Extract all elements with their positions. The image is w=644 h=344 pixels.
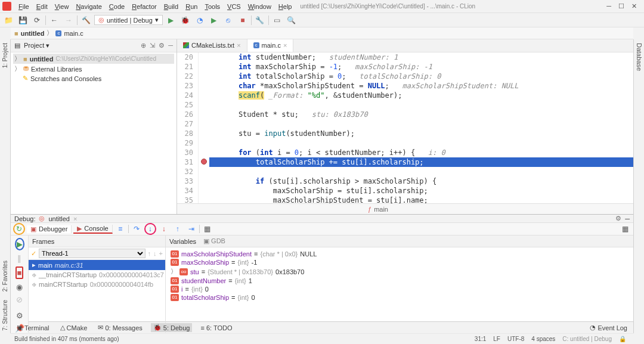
status-pos[interactable]: 31:1	[471, 336, 490, 342]
menu-tools[interactable]: Tools	[201, 2, 224, 11]
layout-icon[interactable]: ▦	[619, 223, 631, 235]
variable-row[interactable]: 01 i = {int} 0	[171, 285, 628, 293]
coverage-icon[interactable]: ▶	[208, 14, 220, 26]
code-line[interactable]: totalScholarShip += stu[i].scholarship;	[209, 157, 633, 167]
profile-icon[interactable]: ◔	[194, 14, 206, 26]
side-tab-favorites[interactable]: 2: Favorites	[2, 258, 8, 294]
attach-icon[interactable]: ⎋	[222, 14, 234, 26]
code-line[interactable]: Student * stu; stu: 0x183b70	[209, 110, 633, 119]
debug-session[interactable]: untitled	[48, 215, 69, 222]
stop-icon[interactable]: ■	[16, 266, 24, 279]
run-config-selector[interactable]: ◎ untitled | Debug ▾	[94, 15, 163, 25]
run-to-cursor-icon[interactable]: ⇥	[185, 223, 197, 235]
lock-icon[interactable]: 🔒	[615, 336, 630, 342]
menu-help[interactable]: Help	[275, 2, 296, 11]
code-line[interactable]	[209, 167, 633, 176]
status-enc[interactable]: UTF-8	[504, 336, 528, 342]
sync-icon[interactable]: ⟳	[31, 14, 43, 26]
run-icon[interactable]: ▶	[165, 14, 177, 26]
status-context[interactable]: C: untitled | Debug	[559, 336, 615, 342]
code-line[interactable]	[209, 119, 633, 129]
variable-row[interactable]: 〉oo stu = {Student * | 0x183b70} 0x183b7…	[171, 266, 628, 277]
menu-view[interactable]: View	[51, 2, 73, 11]
variable-row[interactable]: 01 studentNumber = {int} 1	[171, 277, 628, 285]
code-line[interactable]: if (stu[i].scholarship > maxScholarShip)…	[209, 176, 633, 186]
tab-main-c[interactable]: c main.c×	[247, 39, 294, 52]
menu-file[interactable]: File	[15, 2, 33, 11]
minimize-icon[interactable]: ─	[606, 2, 611, 10]
breadcrumb-item[interactable]: main	[374, 206, 388, 213]
tree-scratches[interactable]: ✎ Scratches and Consoles	[13, 74, 174, 83]
variable-row[interactable]: 01 maxScholarShip = {int} -1	[171, 258, 628, 266]
back-icon[interactable]: ←	[48, 14, 60, 26]
menu-run[interactable]: Run	[182, 2, 201, 11]
settings-icon[interactable]: ⚙	[615, 215, 621, 222]
code-line[interactable]: int totalScholarShip = 0; totalScholarSh…	[209, 72, 633, 81]
pause-icon[interactable]: ‖	[17, 254, 21, 263]
view-breakpoints-icon[interactable]: ◉	[16, 283, 23, 292]
tab-terminal[interactable]: ▣ Terminal	[14, 323, 52, 332]
tab-console[interactable]: ▶Console	[73, 225, 112, 234]
hide-icon[interactable]: ─	[625, 215, 630, 222]
code-line[interactable]	[209, 100, 633, 110]
side-tab-project[interactable]: 1: Project	[2, 41, 8, 70]
code-line[interactable]: int maxScholarShip = -1; maxScholarShip:…	[209, 62, 633, 72]
tab-todo[interactable]: ≡ 6: TODO	[198, 324, 234, 332]
evaluate-icon[interactable]: ▦	[202, 223, 213, 235]
vars-tab[interactable]: Variables	[169, 238, 196, 245]
tab-messages[interactable]: ✉ 0: Messages	[95, 323, 144, 332]
step-out-icon[interactable]: ↑	[172, 223, 184, 235]
code-line[interactable]: stu = input(studentNumber);	[209, 129, 633, 138]
menu-build[interactable]: Build	[160, 2, 182, 11]
tab-cmake[interactable]: △ CMake	[58, 323, 90, 332]
frame-row[interactable]: ⎆mainCRTStartup 0x00000000004014fb	[29, 280, 165, 289]
build-icon[interactable]: 🔨	[80, 14, 92, 26]
frame-row[interactable]: ⎆__tmainCRTStartup 0x00000000004013c7	[29, 270, 165, 280]
menu-refactor[interactable]: Refactor	[128, 2, 160, 11]
code-line[interactable]: int studentNumber; studentNumber: 1	[209, 52, 633, 62]
settings-icon[interactable]: ⚙	[16, 311, 23, 320]
rerun-icon[interactable]: ↻	[13, 223, 25, 235]
layout-icon[interactable]: ▭	[271, 14, 283, 26]
debug-icon[interactable]: 🐞	[179, 14, 191, 26]
update-icon[interactable]: 🔧	[254, 14, 266, 26]
gdb-tab[interactable]: GDB	[211, 237, 225, 244]
threads-icon[interactable]: ≡	[114, 223, 126, 235]
stop-icon[interactable]: ■	[237, 14, 249, 26]
side-tab-database[interactable]: Database	[636, 41, 643, 73]
next-frame-icon[interactable]: ↓	[153, 250, 157, 257]
frame-row[interactable]: ▸main main.c:31	[29, 260, 165, 270]
tree-root[interactable]: 〉■ untitled C:\Users\ZhiXingHeYi\Code\C\…	[13, 54, 174, 64]
resume-icon[interactable]: ▶	[15, 238, 24, 250]
collapse-icon[interactable]: ⇲	[150, 42, 155, 49]
open-icon[interactable]: 📁	[2, 14, 14, 26]
code-line[interactable]: maxScholarShip = stu[i].scholarship;	[209, 186, 633, 196]
code-line[interactable]: char *maxScholarShipStudent = NULL; maxS…	[209, 81, 633, 91]
variable-row[interactable]: 01 maxScholarShipStudent = {char * | 0x0…	[171, 250, 628, 258]
close-icon[interactable]: ✕	[631, 2, 637, 10]
force-step-into-icon[interactable]: ↓	[158, 223, 170, 235]
maximize-icon[interactable]: ☐	[618, 2, 624, 10]
menu-edit[interactable]: Edit	[33, 2, 51, 11]
nav-file[interactable]: main.c	[64, 30, 83, 37]
step-into-icon[interactable]: ↓	[144, 223, 156, 235]
code-line[interactable]: scanf( _Format: "%d", &studentNumber);	[209, 91, 633, 100]
side-tab-structure[interactable]: 7: Structure	[2, 297, 8, 333]
status-lf[interactable]: LF	[490, 336, 504, 342]
tab-debugger[interactable]: ▣Debugger	[27, 225, 72, 233]
nav-project[interactable]: untitled	[21, 30, 45, 37]
menu-navigate[interactable]: Navigate	[72, 2, 105, 11]
variable-row[interactable]: 01 totalScholarShip = {int} 0	[171, 293, 628, 302]
tree-external-libs[interactable]: 〉⛃ External Libraries	[13, 64, 174, 74]
tab-debug[interactable]: 🐞 5: Debug	[151, 323, 193, 332]
menu-vcs[interactable]: VCS	[224, 2, 244, 11]
settings-icon[interactable]: ⚙	[159, 42, 165, 49]
menu-window[interactable]: Window	[244, 2, 275, 11]
thread-selector[interactable]: Thread-1	[39, 249, 145, 258]
code-line[interactable]: maxScholarShipStudent = stu[i].name;	[209, 196, 633, 203]
status-spaces[interactable]: 4 spaces	[528, 336, 559, 342]
menu-code[interactable]: Code	[106, 2, 128, 11]
save-icon[interactable]: 💾	[17, 14, 29, 26]
tab-event-log[interactable]: ◔ Event Log	[587, 323, 630, 332]
code-line[interactable]	[209, 138, 633, 148]
